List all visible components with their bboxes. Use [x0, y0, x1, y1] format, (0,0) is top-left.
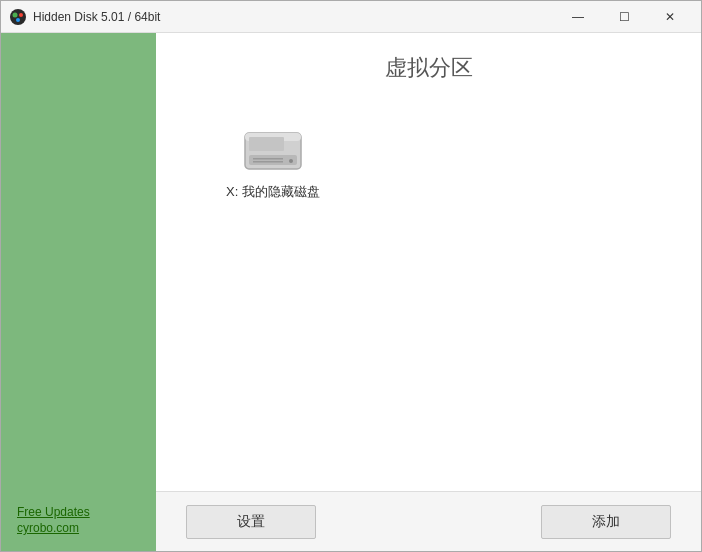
- sidebar: Free Updates cyrobo.com: [1, 33, 156, 551]
- svg-point-3: [16, 18, 20, 22]
- main-window: Hidden Disk 5.01 / 64bit — ☐ ✕ Free Upda…: [0, 0, 702, 552]
- svg-point-0: [10, 9, 26, 25]
- svg-point-9: [289, 159, 293, 163]
- disk-label: X: 我的隐藏磁盘: [226, 183, 320, 201]
- sidebar-links: Free Updates cyrobo.com: [17, 505, 140, 535]
- svg-rect-8: [253, 161, 283, 163]
- add-button[interactable]: 添加: [541, 505, 671, 539]
- content-area: Free Updates cyrobo.com 虚拟分区: [1, 33, 701, 551]
- free-updates-link[interactable]: Free Updates: [17, 505, 140, 519]
- settings-button[interactable]: 设置: [186, 505, 316, 539]
- svg-rect-7: [253, 158, 283, 160]
- minimize-button[interactable]: —: [555, 1, 601, 33]
- cyrobo-link[interactable]: cyrobo.com: [17, 521, 140, 535]
- title-bar: Hidden Disk 5.01 / 64bit — ☐ ✕: [1, 1, 701, 33]
- page-title: 虚拟分区: [186, 53, 671, 83]
- window-title: Hidden Disk 5.01 / 64bit: [33, 10, 555, 24]
- app-icon: [9, 8, 27, 26]
- window-controls: — ☐ ✕: [555, 1, 693, 33]
- disk-item[interactable]: X: 我的隐藏磁盘: [226, 123, 320, 201]
- svg-point-2: [19, 13, 23, 17]
- maximize-button[interactable]: ☐: [601, 1, 647, 33]
- bottom-bar: 设置 添加: [156, 491, 701, 551]
- main-content: 虚拟分区: [156, 33, 701, 491]
- disk-icon: [241, 123, 305, 177]
- svg-point-1: [13, 12, 18, 17]
- close-button[interactable]: ✕: [647, 1, 693, 33]
- svg-rect-10: [249, 137, 284, 151]
- main-area: 虚拟分区: [156, 33, 701, 551]
